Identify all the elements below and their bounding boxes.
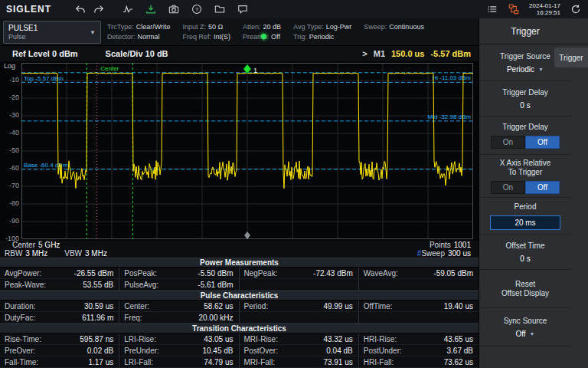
sync-source-dropdown[interactable]: Off ▼ [515,330,534,338]
status-field-label: TrcType: [107,23,134,31]
measurement-label: HRI-Rise: [364,335,397,343]
status-field: Freq Ref:Int(S) [183,32,231,42]
y-axis-tick-label: -20 [0,94,19,101]
table-cell: Period:49.99 us [240,301,359,312]
measurement-mode-dropdown[interactable]: PULSE1 Pulse ▼ [3,21,101,44]
xaxis-on-button[interactable]: On [491,181,525,194]
trigger-source-value: Periodic [507,65,534,74]
menu-item-period: Period 20 ms [479,198,571,235]
measurement-value: -72.43 dBm [313,269,353,278]
date-text: 2024-01-17 [529,2,560,9]
measurement-value: 20.00 kHz [198,314,233,322]
table-cell: LRI-Fall:74.79 us [119,356,239,368]
status-field: TrcType:Clear/Write [107,22,171,32]
log-scale-label: Log [4,62,15,70]
status-field-value: Periodic [309,33,335,41]
measurement-value: 43.05 us [204,335,233,343]
measurement-label: PreUnder: [124,347,159,355]
help-icon[interactable]: ? [188,2,206,17]
trigger-menu-panel: Trigger Trigger Trigger Source Periodic … [479,18,588,368]
status-field-value: Int(S) [214,33,230,41]
refresh-icon[interactable] [567,2,585,17]
measurement-value: -5.50 dBm [198,269,233,278]
panel-title: Trigger [479,18,571,44]
status-field-label: Atten: [243,23,261,31]
sweep-value: 300 us [448,249,471,258]
table-cell: HRI-Fall:73.62 us [359,356,479,368]
vbw-label: VBW [64,249,82,258]
message-icon[interactable] [234,2,252,17]
table-cell [240,312,359,324]
table-cell: PostUnder:3.67 dB [359,345,479,356]
y-axis-tick-label: -90 [0,217,19,225]
marker-readout: > M1 150.0 us -5.57 dBm [362,49,471,58]
trigger-source-dropdown[interactable]: Periodic ▼ [507,65,544,74]
status-field-label: Detector: [107,33,136,41]
status-field-label: Freq Ref: [183,33,212,41]
undo-icon[interactable] [71,2,90,17]
table-cell: Peak-Wave:53.55 dB [0,279,119,291]
camera-icon[interactable] [165,2,183,17]
table-cell: PostOver:0.04 dB [240,345,359,356]
points-label: Points [430,241,451,249]
status-bar: PULSE1 Pulse ▼ TrcType:Clear/WriteDetect… [0,18,479,46]
measurement-value: 0.04 dB [326,347,352,355]
sweep-label: Sweep [421,249,445,258]
trigger-delay-off-button[interactable]: Off [525,136,560,149]
status-field-value: 50 Ω [208,23,223,31]
save-icon[interactable] [142,2,160,17]
threshold-label-hi: Hi -11.03 dBm [432,74,471,81]
reset-offset-display-button[interactable]: Reset Offset Display [479,270,571,308]
measurement-tables: Power MeasurementsAvgPower:-26.55 dBmPos… [0,258,479,368]
table-cell: PreUnder:10.45 dB [119,345,239,356]
measurement-value: 73.62 us [444,358,473,366]
trigger-delay-value[interactable]: 0 s [520,101,530,110]
table-cell: PosPeak:-5.50 dBm [119,268,239,279]
measurement-label: Rise-Time: [5,335,41,343]
offset-time-label: Offset Time [506,242,545,251]
trace-icon[interactable] [119,2,137,17]
table-row: AvgPower:-26.55 dBmPosPeak:-5.50 dBmNegP… [0,268,479,279]
measurement-label: PostUnder: [364,347,402,355]
chevron-down-icon: ▼ [530,331,535,337]
table-cell: HRI-Rise:43.65 us [359,334,479,345]
rbw-value: 3 MHz [25,249,47,258]
display-settings-row: Ref Level 0 dBm Scale/Div 10 dB > M1 150… [0,46,479,61]
time-text: 16:29:51 [529,9,560,16]
mode-subtitle: Pulse [8,33,90,41]
folder-icon[interactable] [211,2,229,17]
measurement-value: 49.99 us [323,302,352,310]
lan-icon[interactable] [505,2,523,17]
scale-div-label: Scale/Div 10 dB [106,49,168,58]
sync-source-label: Sync Source [504,317,547,326]
menu-item-sync-source: Sync Source Off ▼ [479,308,571,347]
measurement-value: 43.65 us [444,335,473,343]
table-cell: Rise-Time:595.87 ns [0,334,119,345]
table-row: DutyFac:611.96 mFreq:20.00 kHz [0,312,479,324]
table-cell: NegPeak:-72.43 dBm [240,268,359,279]
xaxis-relative-toggle: On Off [491,181,560,194]
measurement-value: 74.79 us [204,358,233,366]
measurement-value: -26.55 dBm [74,269,114,278]
table-cell: PulseAvg:-5.61 dBm [119,279,239,291]
status-column: TrcType:Clear/WriteDetector:Normal [107,22,171,42]
offset-time-value[interactable]: 0 s [520,255,530,263]
table-cell: LRI-Rise:43.05 us [119,334,239,345]
plot-area[interactable]: CenterTop -5.57 dBmHi -11.03 dBmMid -32.… [21,63,473,239]
brand-logo: SIGLENT [6,4,51,15]
period-value-field[interactable]: 20 ms [490,215,560,230]
redo-icon[interactable] [90,2,108,17]
datetime-display: 2024-01-17 16:29:51 [529,2,560,16]
xaxis-off-button[interactable]: Off [525,181,560,194]
trigger-delay-on-button[interactable]: On [491,136,525,149]
status-field-label: Avg Type: [293,23,324,31]
status-field-value: Off [271,33,280,41]
table-cell: WaveAvg:-59.05 dBm [359,268,479,279]
menu-icon[interactable] [483,2,501,17]
trigger-delay-toggle: On Off [491,136,560,149]
measurement-value: 10.45 dB [202,347,233,355]
marker-m1[interactable] [243,64,251,74]
marker-y-value: -5.57 dBm [430,49,471,58]
status-field: Sweep:Continuous [364,22,424,32]
measurement-value: 19.40 us [444,302,473,310]
